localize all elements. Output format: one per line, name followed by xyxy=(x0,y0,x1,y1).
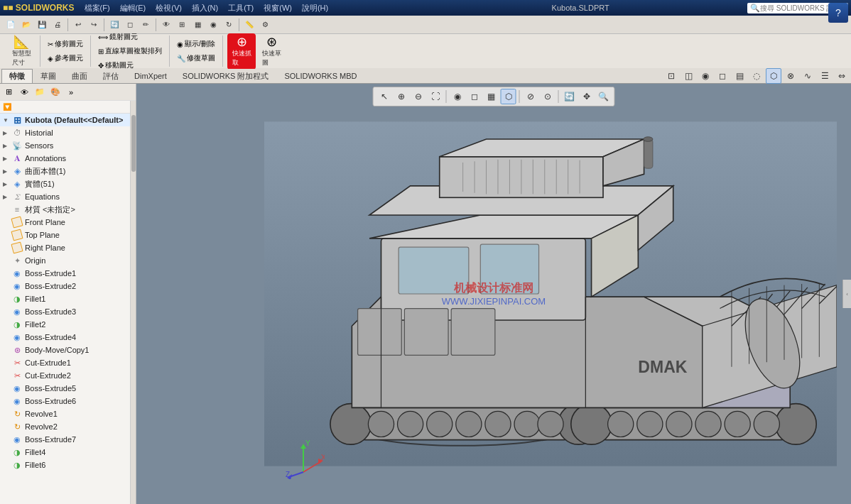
canvas-zoom-scroll-button[interactable]: 🔍 xyxy=(596,89,612,104)
sidebar-resize-handle[interactable] xyxy=(133,84,136,504)
mirror-button[interactable]: ⟺ 鏡射圖元 xyxy=(95,31,165,43)
tree-item-fillet6[interactable]: ▶ ◑ Fillet6 xyxy=(0,459,136,471)
sidebar-filter-icon[interactable]: ⊞ xyxy=(1,85,16,99)
tree-item-surface[interactable]: ▶ ◈ 曲面本體(1) xyxy=(0,165,136,177)
tree-item-boss6[interactable]: ▶ ◉ Boss-Extrude6 xyxy=(0,395,136,407)
tree-item-solid[interactable]: ▶ ◈ 實體(51) xyxy=(0,177,136,190)
fillet4-label: Fillet4 xyxy=(25,448,45,456)
display-icon[interactable]: ◫ xyxy=(681,68,696,84)
tree-item-cut1[interactable]: ▶ ✂ Cut-Extrude1 xyxy=(0,356,136,369)
section-icon[interactable]: ▤ xyxy=(732,68,747,84)
wireframe-icon[interactable]: ◻ xyxy=(715,68,730,84)
help-button[interactable]: ? xyxy=(828,3,848,23)
canvas-hidden-lines-button[interactable]: ◻ xyxy=(467,89,482,104)
zebra-icon[interactable]: ⊗ xyxy=(783,68,798,84)
tree-item-top-plane[interactable]: ▶ Top Plane xyxy=(0,229,136,241)
isometric-icon[interactable]: ⬡ xyxy=(766,68,781,84)
trim-button[interactable]: ✂ 修剪圖元 xyxy=(45,38,86,50)
measure-button[interactable]: 📏 xyxy=(242,17,257,33)
quick-sketch-button[interactable]: ⊛ 快速草圖 xyxy=(257,33,286,70)
toolbar-group-show: ◉ 顯示/刪除 🔧 修復草圖 xyxy=(170,35,223,67)
tree-item-front-plane[interactable]: ▶ Front Plane xyxy=(0,216,136,229)
shade-icon[interactable]: ◉ xyxy=(698,68,713,84)
canvas-cursor-button[interactable]: ↖ xyxy=(376,89,392,104)
canvas-area[interactable]: ↖ ⊕ ⊖ ⛶ ◉ ◻ ▦ ⬡ ⊘ ⊙ 🔄 ✥ 🔍 xyxy=(136,84,851,504)
right-panel-toggle[interactable]: ‹ xyxy=(842,280,851,308)
tab-addins[interactable]: SOLIDWORKS 附加程式 xyxy=(175,69,277,83)
menu-window[interactable]: 視窗(W) xyxy=(259,1,296,15)
print-button[interactable]: 🖨 xyxy=(50,17,65,33)
tab-dimxpert[interactable]: DimXpert xyxy=(126,70,175,82)
sidebar: ⊞ 👁 📁 🎨 » 🔽 ▼ ⊞ Kubota (Default<<Default… xyxy=(0,84,136,504)
tree-item-fillet1[interactable]: ▶ ◑ Fillet1 xyxy=(0,292,136,305)
canvas-fit-button[interactable]: ⛶ xyxy=(428,89,443,104)
reference-button[interactable]: ◈ 參考圖元 xyxy=(45,52,86,65)
sidebar-color-icon[interactable]: 🎨 xyxy=(48,85,63,99)
canvas-shaded-button[interactable]: ▦ xyxy=(484,89,499,104)
menu-edit[interactable]: 編輯(E) xyxy=(116,1,151,15)
sidebar-eye-icon[interactable]: 👁 xyxy=(17,85,31,99)
tree-item-fillet2[interactable]: ▶ ◑ Fillet2 xyxy=(0,318,136,331)
mate-button[interactable]: ⚙ xyxy=(257,17,273,33)
display-button[interactable]: ▦ xyxy=(190,17,205,33)
tree-item-material[interactable]: ▶ ≡ 材質 <未指定> xyxy=(0,203,136,216)
tree-item-origin[interactable]: ▶ ✦ Origin xyxy=(0,254,136,267)
linear-pattern-button[interactable]: ⊞ 直線草圖複製排列 xyxy=(95,45,165,57)
canvas-zoom-out-button[interactable]: ⊖ xyxy=(411,89,426,104)
sidebar-folder-icon[interactable]: 📁 xyxy=(33,85,47,99)
canvas-display-style-button[interactable]: ◉ xyxy=(450,89,465,104)
tree-item-root[interactable]: ▼ ⊞ Kubota (Default<<Default> xyxy=(0,114,136,126)
new-button[interactable]: 📄 xyxy=(3,17,18,33)
orient-button[interactable]: ⊞ xyxy=(174,17,190,33)
tree-item-sensors[interactable]: ▶ 📡 Sensors xyxy=(0,139,136,152)
tree-item-boss7[interactable]: ▶ ◉ Boss-Extrude7 xyxy=(0,433,136,446)
tree-item-cut2[interactable]: ▶ ✂ Cut-Extrude2 xyxy=(0,369,136,382)
canvas-pan-button[interactable]: ✥ xyxy=(579,89,595,104)
canvas-wireframe-button[interactable]: ⬡ xyxy=(501,89,516,104)
tree-item-boss4[interactable]: ▶ ◉ Boss-Extrude4 xyxy=(0,331,136,344)
menu-file[interactable]: 檔案(F) xyxy=(80,1,114,15)
tab-evaluate[interactable]: 評估 xyxy=(95,69,126,83)
menu-insert[interactable]: 插入(N) xyxy=(188,1,222,15)
tree-item-boss5[interactable]: ▶ ◉ Boss-Extrude5 xyxy=(0,382,136,395)
repair-button[interactable]: 🔧 修復草圖 xyxy=(174,52,218,65)
canvas-camera-button[interactable]: ⊙ xyxy=(540,89,555,104)
sidebar-more-icon[interactable]: » xyxy=(64,85,78,99)
curvature-icon[interactable]: ∿ xyxy=(800,68,815,84)
open-button[interactable]: 📂 xyxy=(18,17,34,33)
hide-icon[interactable]: ◌ xyxy=(749,68,764,84)
model-view[interactable]: DMAK xyxy=(264,112,837,476)
canvas-zoom-in-button[interactable]: ⊕ xyxy=(394,89,409,104)
tab-features[interactable]: 特徵 xyxy=(1,69,33,83)
smart-dimension-button[interactable]: 📐 智慧型尺寸 xyxy=(7,33,36,70)
tree-item-equations[interactable]: ▶ 𝛴 Equations xyxy=(0,190,136,203)
undo-button[interactable]: ↩ xyxy=(70,17,86,33)
menu-view[interactable]: 檢視(V) xyxy=(151,1,186,15)
shade-button[interactable]: ◉ xyxy=(205,17,221,33)
tree-item-revolve2[interactable]: ▶ ↻ Revolve2 xyxy=(0,420,136,433)
tree-item-boss1[interactable]: ▶ ◉ Boss-Extrude1 xyxy=(0,267,136,280)
extras-icon[interactable]: ☰ xyxy=(817,68,833,84)
canvas-section-view-button[interactable]: ⊘ xyxy=(523,89,538,104)
tree-item-historial[interactable]: ▶ ⏱ Historial xyxy=(0,126,136,139)
collapse-panels-icon[interactable]: ⇔ xyxy=(834,68,850,84)
tree-item-fillet4[interactable]: ▶ ◑ Fillet4 xyxy=(0,446,136,459)
tab-surface[interactable]: 曲面 xyxy=(64,69,95,83)
view-cube-icon[interactable]: ⊡ xyxy=(663,68,679,84)
canvas-rotate-3d-button[interactable]: 🔄 xyxy=(562,89,578,104)
tree-item-boss2[interactable]: ▶ ◉ Boss-Extrude2 xyxy=(0,280,136,292)
save-button[interactable]: 💾 xyxy=(34,17,50,33)
rotate-button[interactable]: ↻ xyxy=(221,17,237,33)
quick-grab-button[interactable]: ⊕ 快速抓取 xyxy=(227,33,256,70)
menu-help[interactable]: 說明(H) xyxy=(298,1,332,15)
tree-item-boss3[interactable]: ▶ ◉ Boss-Extrude3 xyxy=(0,305,136,318)
tree-item-annotations[interactable]: ▶ 𝐀 Annotations xyxy=(0,152,136,165)
tree-item-right-plane[interactable]: ▶ Right Plane xyxy=(0,241,136,254)
tab-sketch[interactable]: 草圖 xyxy=(33,69,64,83)
show-delete-button[interactable]: ◉ 顯示/刪除 xyxy=(174,38,218,50)
equations-label: Equations xyxy=(25,192,60,201)
tree-item-bodymove[interactable]: ▶ ⊛ Body-Move/Copy1 xyxy=(0,344,136,356)
tree-item-revolve1[interactable]: ▶ ↻ Revolve1 xyxy=(0,407,136,420)
tab-mbd[interactable]: SOLIDWORKS MBD xyxy=(276,70,364,82)
menu-tools[interactable]: 工具(T) xyxy=(224,1,258,15)
